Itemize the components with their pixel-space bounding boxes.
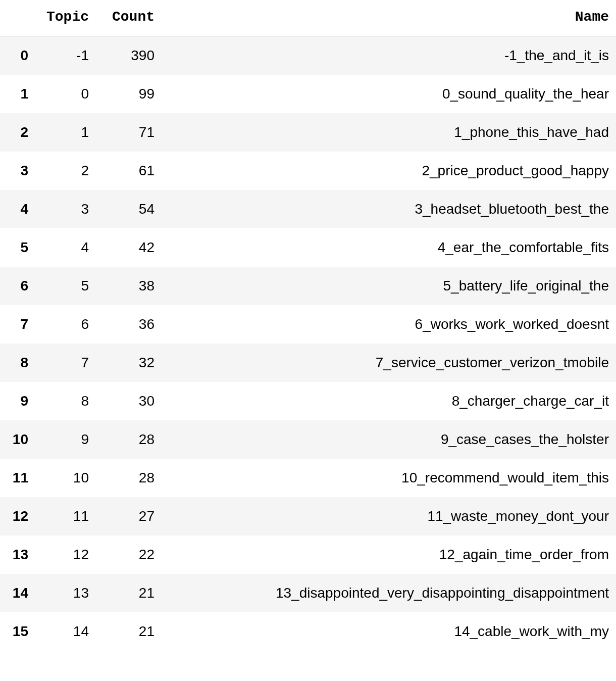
- row-topic: 1: [35, 113, 96, 152]
- row-index: 13: [0, 536, 35, 574]
- row-name: 12_again_time_order_from: [162, 536, 616, 574]
- row-count: 32: [96, 344, 162, 382]
- row-topic: 9: [35, 420, 96, 459]
- row-count: 27: [96, 497, 162, 536]
- table-row: 0-1390-1_the_and_it_is: [0, 36, 616, 75]
- row-topic: 6: [35, 305, 96, 344]
- row-count: 54: [96, 190, 162, 228]
- row-index: 6: [0, 267, 35, 305]
- table-row: 98308_charger_charge_car_it: [0, 382, 616, 420]
- table-row: 76366_works_work_worked_doesnt: [0, 305, 616, 344]
- row-count: 21: [96, 574, 162, 612]
- table-row: 87327_service_customer_verizon_tmobile: [0, 344, 616, 382]
- row-count: 38: [96, 267, 162, 305]
- row-topic: 2: [35, 152, 96, 190]
- row-topic: 7: [35, 344, 96, 382]
- row-name: 0_sound_quality_the_hear: [162, 75, 616, 113]
- row-name: 5_battery_life_original_the: [162, 267, 616, 305]
- header-topic: Topic: [35, 0, 96, 36]
- row-index: 9: [0, 382, 35, 420]
- row-index: 0: [0, 36, 35, 75]
- row-name: 14_cable_work_with_my: [162, 612, 616, 651]
- row-name: 4_ear_the_comfortable_fits: [162, 228, 616, 267]
- table-row: 32612_price_product_good_happy: [0, 152, 616, 190]
- row-count: 42: [96, 228, 162, 267]
- row-topic: 11: [35, 497, 96, 536]
- row-name: -1_the_and_it_is: [162, 36, 616, 75]
- row-index: 3: [0, 152, 35, 190]
- row-name: 10_recommend_would_item_this: [162, 459, 616, 497]
- row-topic: 0: [35, 75, 96, 113]
- table-body: 0-1390-1_the_and_it_is10990_sound_qualit…: [0, 36, 616, 651]
- row-topic: 3: [35, 190, 96, 228]
- row-name: 13_disappointed_very_disappointing_disap…: [162, 574, 616, 612]
- row-topic: 4: [35, 228, 96, 267]
- row-name: 3_headset_bluetooth_best_the: [162, 190, 616, 228]
- dataframe-container: Topic Count Name 0-1390-1_the_and_it_is1…: [0, 0, 616, 651]
- table-row: 14132113_disappointed_very_disappointing…: [0, 574, 616, 612]
- row-topic: -1: [35, 36, 96, 75]
- header-index: [0, 0, 35, 36]
- row-name: 2_price_product_good_happy: [162, 152, 616, 190]
- table-row: 12112711_waste_money_dont_your: [0, 497, 616, 536]
- row-name: 7_service_customer_verizon_tmobile: [162, 344, 616, 382]
- row-topic: 13: [35, 574, 96, 612]
- row-index: 5: [0, 228, 35, 267]
- table-row: 13122212_again_time_order_from: [0, 536, 616, 574]
- row-index: 11: [0, 459, 35, 497]
- row-count: 61: [96, 152, 162, 190]
- row-index: 14: [0, 574, 35, 612]
- table-row: 21711_phone_this_have_had: [0, 113, 616, 152]
- table-row: 43543_headset_bluetooth_best_the: [0, 190, 616, 228]
- table-row: 65385_battery_life_original_the: [0, 267, 616, 305]
- row-count: 28: [96, 459, 162, 497]
- table-row: 15142114_cable_work_with_my: [0, 612, 616, 651]
- row-name: 9_case_cases_the_holster: [162, 420, 616, 459]
- row-count: 28: [96, 420, 162, 459]
- row-count: 30: [96, 382, 162, 420]
- row-name: 8_charger_charge_car_it: [162, 382, 616, 420]
- header-name: Name: [162, 0, 616, 36]
- row-count: 36: [96, 305, 162, 344]
- row-topic: 10: [35, 459, 96, 497]
- row-topic: 14: [35, 612, 96, 651]
- dataframe-table: Topic Count Name 0-1390-1_the_and_it_is1…: [0, 0, 616, 651]
- header-count: Count: [96, 0, 162, 36]
- table-row: 10990_sound_quality_the_hear: [0, 75, 616, 113]
- row-name: 1_phone_this_have_had: [162, 113, 616, 152]
- row-index: 8: [0, 344, 35, 382]
- row-index: 7: [0, 305, 35, 344]
- row-index: 12: [0, 497, 35, 536]
- row-topic: 8: [35, 382, 96, 420]
- row-count: 22: [96, 536, 162, 574]
- row-name: 6_works_work_worked_doesnt: [162, 305, 616, 344]
- row-name: 11_waste_money_dont_your: [162, 497, 616, 536]
- row-index: 15: [0, 612, 35, 651]
- table-row: 54424_ear_the_comfortable_fits: [0, 228, 616, 267]
- row-count: 71: [96, 113, 162, 152]
- row-topic: 5: [35, 267, 96, 305]
- row-index: 1: [0, 75, 35, 113]
- row-count: 99: [96, 75, 162, 113]
- table-row: 109289_case_cases_the_holster: [0, 420, 616, 459]
- row-count: 21: [96, 612, 162, 651]
- row-index: 2: [0, 113, 35, 152]
- row-topic: 12: [35, 536, 96, 574]
- header-row: Topic Count Name: [0, 0, 616, 36]
- row-count: 390: [96, 36, 162, 75]
- table-row: 11102810_recommend_would_item_this: [0, 459, 616, 497]
- row-index: 10: [0, 420, 35, 459]
- row-index: 4: [0, 190, 35, 228]
